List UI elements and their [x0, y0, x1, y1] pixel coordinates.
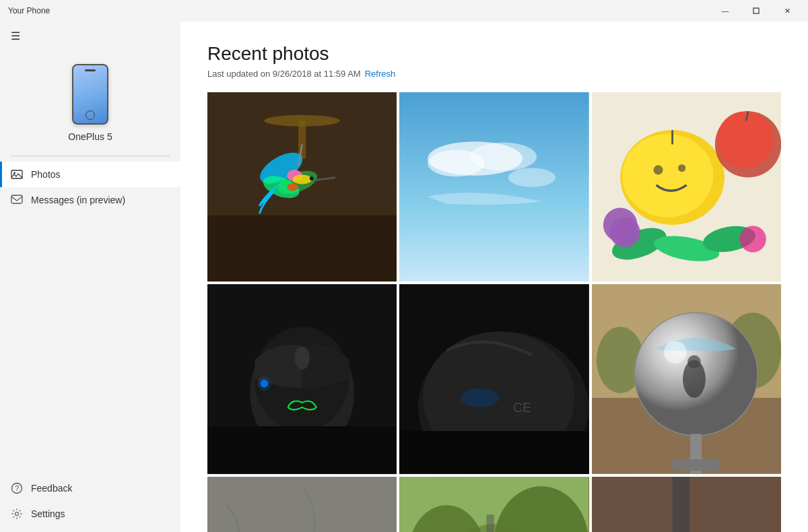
svg-point-36 [609, 218, 640, 248]
phone-icon-area: OnePlus 5 [0, 51, 180, 153]
main-content: Recent photos Last updated on 9/26/2018 … [180, 22, 808, 532]
svg-rect-20 [399, 92, 588, 281]
photo-grid: CE [207, 92, 781, 532]
svg-point-61 [687, 356, 701, 369]
svg-text:?: ? [15, 484, 19, 492]
sidebar-item-photos[interactable]: Photos [0, 162, 180, 187]
svg-rect-0 [753, 8, 759, 13]
svg-point-16 [287, 183, 298, 191]
titlebar: Your Phone — ✕ [0, 0, 808, 22]
page-title: Recent photos [207, 43, 781, 65]
photo-9[interactable] [592, 477, 781, 532]
svg-point-31 [716, 111, 773, 168]
svg-point-43 [294, 347, 310, 370]
window-controls: — ✕ [710, 0, 803, 22]
svg-rect-96 [672, 477, 689, 532]
minimize-button[interactable]: — [710, 0, 741, 22]
photo-2[interactable] [399, 92, 588, 281]
svg-rect-86 [487, 514, 494, 532]
photo-8[interactable] [399, 477, 588, 532]
close-button[interactable]: ✕ [772, 0, 803, 22]
svg-rect-46 [207, 426, 397, 473]
messages-label: Messages (in preview) [31, 195, 125, 205]
sidebar-item-messages[interactable]: Messages (in preview) [0, 187, 180, 213]
photo-5[interactable]: CE [399, 284, 588, 473]
phone-name: OnePlus 5 [68, 131, 112, 142]
photos-icon [11, 168, 23, 180]
svg-point-28 [653, 165, 663, 174]
photo-7[interactable] [207, 477, 397, 532]
svg-rect-3 [11, 195, 22, 203]
svg-rect-64 [672, 460, 719, 471]
photo-4[interactable] [207, 284, 397, 473]
svg-point-24 [508, 168, 556, 187]
photo-6[interactable] [592, 284, 781, 473]
messages-icon [11, 194, 23, 206]
last-updated: Last updated on 9/26/2018 at 11:59 AM Re… [207, 69, 781, 79]
maximize-button[interactable] [741, 0, 772, 22]
last-updated-text: Last updated on 9/26/2018 at 11:59 AM [207, 69, 361, 79]
sidebar-item-settings[interactable]: Settings [0, 501, 180, 527]
svg-point-45 [258, 377, 271, 391]
svg-point-6 [15, 512, 19, 516]
sidebar-bottom: ? Feedback Settings [0, 470, 180, 527]
sidebar-item-feedback[interactable]: ? Feedback [0, 475, 180, 501]
settings-icon [11, 508, 23, 520]
nav-items: Photos Messages (in preview) [0, 159, 180, 470]
svg-point-27 [622, 134, 713, 218]
phone-graphic [72, 64, 108, 125]
photos-label: Photos [31, 169, 61, 180]
refresh-link[interactable]: Refresh [365, 69, 396, 79]
svg-rect-50 [399, 431, 588, 473]
svg-point-62 [664, 341, 687, 364]
sidebar-divider [11, 156, 170, 156]
svg-rect-66 [207, 477, 397, 532]
svg-point-15 [293, 174, 312, 184]
feedback-icon: ? [11, 482, 23, 494]
photo-3[interactable] [592, 92, 781, 281]
feedback-label: Feedback [31, 483, 72, 494]
photo-1[interactable] [207, 92, 397, 281]
svg-point-18 [310, 176, 314, 180]
svg-point-37 [739, 226, 766, 252]
hamburger-menu[interactable]: ☰ [0, 22, 180, 51]
sidebar: ☰ OnePlus 5 Photos [0, 22, 180, 532]
settings-label: Settings [31, 508, 65, 519]
svg-point-2 [13, 172, 15, 174]
app-body: ☰ OnePlus 5 Photos [0, 22, 808, 532]
app-title: Your Phone [8, 6, 50, 15]
svg-text:CE: CE [513, 400, 531, 415]
svg-point-51 [461, 389, 499, 407]
svg-rect-1 [11, 170, 22, 178]
svg-point-23 [471, 143, 537, 171]
svg-rect-8 [207, 215, 397, 281]
svg-rect-10 [298, 121, 306, 158]
svg-point-29 [678, 164, 685, 172]
